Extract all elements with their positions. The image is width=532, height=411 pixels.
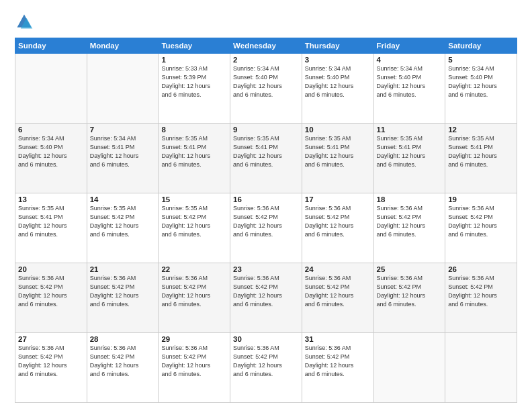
calendar-cell: 31Sunrise: 5:36 AM Sunset: 5:42 PM Dayli… (302, 333, 373, 403)
calendar-cell: 30Sunrise: 5:36 AM Sunset: 5:42 PM Dayli… (230, 333, 302, 403)
day-info: Sunrise: 5:36 AM Sunset: 5:42 PM Dayligh… (90, 274, 156, 309)
day-info: Sunrise: 5:36 AM Sunset: 5:42 PM Dayligh… (377, 204, 443, 239)
day-number: 22 (161, 265, 227, 273)
calendar-week-row: 13Sunrise: 5:35 AM Sunset: 5:41 PM Dayli… (15, 193, 517, 263)
day-info: Sunrise: 5:36 AM Sunset: 5:42 PM Dayligh… (305, 274, 371, 309)
day-number: 2 (233, 56, 299, 64)
weekday-header: Wednesday (230, 38, 302, 54)
calendar-cell (15, 54, 87, 124)
calendar-cell: 25Sunrise: 5:36 AM Sunset: 5:42 PM Dayli… (373, 263, 445, 333)
calendar-cell: 23Sunrise: 5:36 AM Sunset: 5:42 PM Dayli… (230, 263, 302, 333)
calendar-cell: 13Sunrise: 5:35 AM Sunset: 5:41 PM Dayli… (15, 193, 87, 263)
day-info: Sunrise: 5:36 AM Sunset: 5:42 PM Dayligh… (90, 344, 156, 379)
day-info: Sunrise: 5:36 AM Sunset: 5:42 PM Dayligh… (448, 274, 514, 309)
day-info: Sunrise: 5:35 AM Sunset: 5:41 PM Dayligh… (233, 134, 299, 169)
day-info: Sunrise: 5:34 AM Sunset: 5:40 PM Dayligh… (18, 134, 84, 169)
day-info: Sunrise: 5:33 AM Sunset: 5:39 PM Dayligh… (161, 64, 227, 99)
weekday-header: Sunday (15, 38, 87, 54)
calendar-cell: 18Sunrise: 5:36 AM Sunset: 5:42 PM Dayli… (373, 193, 445, 263)
day-number: 15 (161, 195, 227, 203)
calendar-cell: 27Sunrise: 5:36 AM Sunset: 5:42 PM Dayli… (15, 333, 87, 403)
day-number: 19 (448, 195, 514, 203)
page: SundayMondayTuesdayWednesdayThursdayFrid… (0, 0, 532, 411)
day-number: 24 (305, 265, 371, 273)
calendar-cell: 22Sunrise: 5:36 AM Sunset: 5:42 PM Dayli… (159, 263, 230, 333)
day-number: 13 (18, 195, 84, 203)
day-number: 11 (377, 126, 443, 134)
day-number: 28 (90, 335, 156, 343)
day-info: Sunrise: 5:34 AM Sunset: 5:40 PM Dayligh… (448, 64, 514, 99)
day-number: 25 (377, 265, 443, 273)
day-number: 16 (233, 195, 299, 203)
weekday-header-row: SundayMondayTuesdayWednesdayThursdayFrid… (15, 38, 517, 54)
calendar-cell: 20Sunrise: 5:36 AM Sunset: 5:42 PM Dayli… (15, 263, 87, 333)
day-info: Sunrise: 5:36 AM Sunset: 5:42 PM Dayligh… (233, 274, 299, 309)
day-number: 1 (161, 56, 227, 64)
weekday-header: Saturday (445, 38, 517, 54)
day-number: 26 (448, 265, 514, 273)
calendar-cell: 1Sunrise: 5:33 AM Sunset: 5:39 PM Daylig… (159, 54, 230, 124)
calendar-cell (373, 333, 445, 403)
day-info: Sunrise: 5:36 AM Sunset: 5:42 PM Dayligh… (18, 274, 84, 309)
day-info: Sunrise: 5:35 AM Sunset: 5:41 PM Dayligh… (448, 134, 514, 169)
calendar-cell: 21Sunrise: 5:36 AM Sunset: 5:42 PM Dayli… (87, 263, 159, 333)
calendar-cell: 3Sunrise: 5:34 AM Sunset: 5:40 PM Daylig… (302, 54, 373, 124)
calendar-cell: 26Sunrise: 5:36 AM Sunset: 5:42 PM Dayli… (445, 263, 517, 333)
calendar-cell: 15Sunrise: 5:35 AM Sunset: 5:42 PM Dayli… (159, 193, 230, 263)
day-number: 8 (161, 126, 227, 134)
calendar-week-row: 20Sunrise: 5:36 AM Sunset: 5:42 PM Dayli… (15, 263, 517, 333)
day-info: Sunrise: 5:35 AM Sunset: 5:42 PM Dayligh… (90, 204, 156, 239)
day-info: Sunrise: 5:36 AM Sunset: 5:42 PM Dayligh… (448, 204, 514, 239)
day-info: Sunrise: 5:36 AM Sunset: 5:42 PM Dayligh… (161, 344, 227, 379)
day-number: 31 (305, 335, 371, 343)
weekday-header: Tuesday (159, 38, 230, 54)
day-number: 4 (377, 56, 443, 64)
calendar-cell: 9Sunrise: 5:35 AM Sunset: 5:41 PM Daylig… (230, 124, 302, 193)
day-number: 5 (448, 56, 514, 64)
calendar-cell: 29Sunrise: 5:36 AM Sunset: 5:42 PM Dayli… (159, 333, 230, 403)
calendar-cell: 14Sunrise: 5:35 AM Sunset: 5:42 PM Dayli… (87, 193, 159, 263)
day-number: 12 (448, 126, 514, 134)
calendar-week-row: 1Sunrise: 5:33 AM Sunset: 5:39 PM Daylig… (15, 54, 517, 124)
calendar-cell: 6Sunrise: 5:34 AM Sunset: 5:40 PM Daylig… (15, 124, 87, 193)
calendar-table: SundayMondayTuesdayWednesdayThursdayFrid… (15, 38, 517, 403)
calendar-cell: 28Sunrise: 5:36 AM Sunset: 5:42 PM Dayli… (87, 333, 159, 403)
calendar-cell: 12Sunrise: 5:35 AM Sunset: 5:41 PM Dayli… (445, 124, 517, 193)
day-number: 7 (90, 126, 156, 134)
calendar-cell: 5Sunrise: 5:34 AM Sunset: 5:40 PM Daylig… (445, 54, 517, 124)
day-info: Sunrise: 5:34 AM Sunset: 5:41 PM Dayligh… (90, 134, 156, 169)
day-info: Sunrise: 5:35 AM Sunset: 5:41 PM Dayligh… (18, 204, 84, 239)
day-number: 9 (233, 126, 299, 134)
day-info: Sunrise: 5:36 AM Sunset: 5:42 PM Dayligh… (161, 274, 227, 309)
day-info: Sunrise: 5:34 AM Sunset: 5:40 PM Dayligh… (233, 64, 299, 99)
calendar-week-row: 6Sunrise: 5:34 AM Sunset: 5:40 PM Daylig… (15, 124, 517, 193)
calendar-cell (445, 333, 517, 403)
header (15, 12, 517, 31)
day-number: 14 (90, 195, 156, 203)
calendar-cell: 17Sunrise: 5:36 AM Sunset: 5:42 PM Dayli… (302, 193, 373, 263)
calendar-cell (87, 54, 159, 124)
calendar-cell: 2Sunrise: 5:34 AM Sunset: 5:40 PM Daylig… (230, 54, 302, 124)
day-info: Sunrise: 5:35 AM Sunset: 5:41 PM Dayligh… (305, 134, 371, 169)
day-number: 10 (305, 126, 371, 134)
day-info: Sunrise: 5:36 AM Sunset: 5:42 PM Dayligh… (305, 344, 371, 379)
calendar-cell: 16Sunrise: 5:36 AM Sunset: 5:42 PM Dayli… (230, 193, 302, 263)
calendar-cell: 4Sunrise: 5:34 AM Sunset: 5:40 PM Daylig… (373, 54, 445, 124)
weekday-header: Thursday (302, 38, 373, 54)
day-info: Sunrise: 5:34 AM Sunset: 5:40 PM Dayligh… (377, 64, 443, 99)
calendar-week-row: 27Sunrise: 5:36 AM Sunset: 5:42 PM Dayli… (15, 333, 517, 403)
calendar-cell: 10Sunrise: 5:35 AM Sunset: 5:41 PM Dayli… (302, 124, 373, 193)
logo-icon (15, 12, 34, 31)
day-info: Sunrise: 5:36 AM Sunset: 5:42 PM Dayligh… (233, 344, 299, 379)
weekday-header: Friday (373, 38, 445, 54)
calendar-cell: 8Sunrise: 5:35 AM Sunset: 5:41 PM Daylig… (159, 124, 230, 193)
day-number: 30 (233, 335, 299, 343)
logo (15, 12, 38, 31)
day-info: Sunrise: 5:35 AM Sunset: 5:41 PM Dayligh… (377, 134, 443, 169)
day-info: Sunrise: 5:36 AM Sunset: 5:42 PM Dayligh… (305, 204, 371, 239)
day-info: Sunrise: 5:36 AM Sunset: 5:42 PM Dayligh… (377, 274, 443, 309)
calendar-cell: 11Sunrise: 5:35 AM Sunset: 5:41 PM Dayli… (373, 124, 445, 193)
calendar-cell: 24Sunrise: 5:36 AM Sunset: 5:42 PM Dayli… (302, 263, 373, 333)
day-info: Sunrise: 5:36 AM Sunset: 5:42 PM Dayligh… (233, 204, 299, 239)
day-number: 18 (377, 195, 443, 203)
